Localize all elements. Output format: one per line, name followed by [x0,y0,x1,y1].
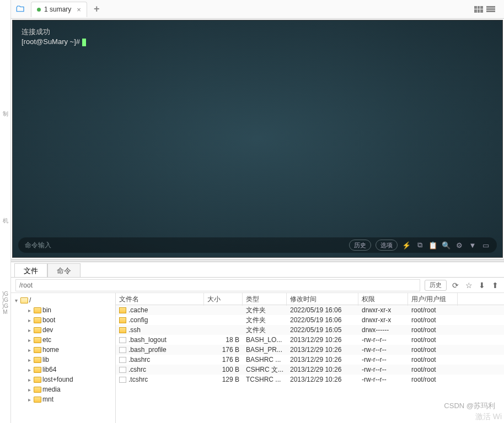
col-mtime[interactable]: 修改时间 [287,293,358,306]
grid-view-icon[interactable] [474,6,483,13]
col-type[interactable]: 类型 [243,293,287,306]
file-row[interactable]: .config文件夹2022/05/19 16:06drwxr-xr-xroot… [116,315,504,325]
status-dot-icon [37,8,41,12]
tree-root[interactable]: ▾ / [11,295,115,305]
path-history-button[interactable]: 历史 [425,280,447,291]
command-bar: 命令输入 历史 选项 ⚡ ⧉ 📋 🔍 ⚙ ▼ ▭ [18,237,497,253]
folder-icon [34,337,41,343]
refresh-icon[interactable]: ⟳ [451,281,460,290]
folder-icon [34,377,41,383]
history-button[interactable]: 历史 [349,240,371,251]
terminal-pane[interactable]: 连接成功 [root@SuMary ~]# 命令输入 历史 选项 ⚡ ⧉ 📋 🔍… [12,20,503,258]
path-bar: 历史 ⟳ ☆ ⬇ ⬆ [11,278,504,293]
session-tab[interactable]: 1 sumary × [31,2,87,17]
folder-icon [34,397,41,403]
folder-tree[interactable]: ▾ / ▸bin▸boot▸dev▸etc▸home▸lib▸lib64▸los… [11,293,116,423]
gear-icon[interactable]: ⚙ [455,241,464,250]
tree-item[interactable]: ▸bin [11,305,115,315]
file-row[interactable]: .cache文件夹2022/05/19 16:06drwxr-xr-xroot/… [116,305,504,315]
upload-file-icon[interactable]: ⬆ [491,281,500,290]
options-button[interactable]: 选项 [376,240,398,251]
tab-command[interactable]: 命令 [47,263,81,277]
col-size[interactable]: 大小 [204,293,243,306]
paste-icon[interactable]: 📋 [428,241,437,250]
file-row[interactable]: .tcshrc129 BTCSHRC ...2013/12/29 10:26-r… [116,375,504,384]
left-gutter: 制机 )G)G)GM [0,0,11,423]
folder-icon [119,327,126,333]
tree-item[interactable]: ▸etc [11,335,115,345]
tree-item[interactable]: ▸mnt [11,394,115,404]
tab-file[interactable]: 文件 [14,263,47,277]
open-folder-icon[interactable] [14,3,26,15]
cursor-icon [82,39,86,46]
terminal-line: 连接成功 [22,27,494,37]
download-file-icon[interactable]: ⬇ [478,281,486,290]
tree-item[interactable]: ▸media [11,384,115,394]
file-list: 文件名 大小 类型 修改时间 权限 用户/用户组 .cache文件夹2022/0… [116,293,504,423]
col-perm[interactable]: 权限 [358,293,408,306]
tree-item[interactable]: ▸boot [11,315,115,325]
path-input[interactable] [15,279,420,291]
file-icon [119,367,126,373]
list-view-icon[interactable] [486,6,495,13]
file-row[interactable]: .cshrc100 BCSHRC 文...2013/12/29 10:26-rw… [116,365,504,375]
add-tab-button[interactable]: + [94,3,100,15]
file-icon [119,377,126,383]
tree-item[interactable]: ▸lost+found [11,375,115,384]
tree-item[interactable]: ▸dev [11,325,115,335]
folder-icon [34,317,41,323]
bolt-icon[interactable]: ⚡ [402,241,411,250]
tab-label: 1 sumary [44,6,71,13]
file-row[interactable]: .bashrc176 BBASHRC ...2013/12/29 10:26-r… [116,355,504,365]
file-icon [119,347,126,353]
download-icon[interactable]: ▼ [468,241,477,250]
tree-item[interactable]: ▸lib [11,355,115,365]
terminal-prompt: [root@SuMary ~]# [22,37,494,47]
tab-bar: 1 sumary × + [11,0,504,19]
command-input[interactable]: 命令输入 [25,241,345,250]
folder-icon [34,387,41,393]
folder-icon [34,357,41,363]
fullscreen-icon[interactable]: ▭ [481,241,490,250]
col-owner[interactable]: 用户/用户组 [408,293,458,306]
copy-icon[interactable]: ⧉ [415,241,424,250]
bookmark-icon[interactable]: ☆ [464,281,473,290]
folder-icon [119,307,126,313]
file-row[interactable]: .ssh文件夹2022/05/19 16:05drwx------root/ro… [116,325,504,335]
activate-watermark: 激活 Wi [475,412,502,422]
file-row[interactable]: .bash_logout18 BBASH_LO...2013/12/29 10:… [116,335,504,345]
folder-icon [34,327,41,333]
folder-icon [34,347,41,353]
file-icon [119,337,126,343]
col-name[interactable]: 文件名 [116,293,204,306]
folder-icon [119,317,126,323]
file-list-header[interactable]: 文件名 大小 类型 修改时间 权限 用户/用户组 [116,293,504,305]
tree-item[interactable]: ▸home [11,345,115,355]
bottom-tabs: 文件 命令 [11,262,504,278]
folder-icon [34,307,41,313]
search-icon[interactable]: 🔍 [442,241,451,250]
file-icon [119,357,126,363]
file-row[interactable]: .bash_profile176 BBASH_PR...2013/12/29 1… [116,345,504,355]
bottom-panel: 文件 命令 历史 ⟳ ☆ ⬇ ⬆ ▾ / ▸bin▸boot▸dev▸etc▸h… [11,262,504,423]
folder-icon [20,297,28,303]
close-tab-icon[interactable]: × [77,6,81,14]
tree-item[interactable]: ▸lib64 [11,365,115,375]
folder-icon [34,367,41,373]
